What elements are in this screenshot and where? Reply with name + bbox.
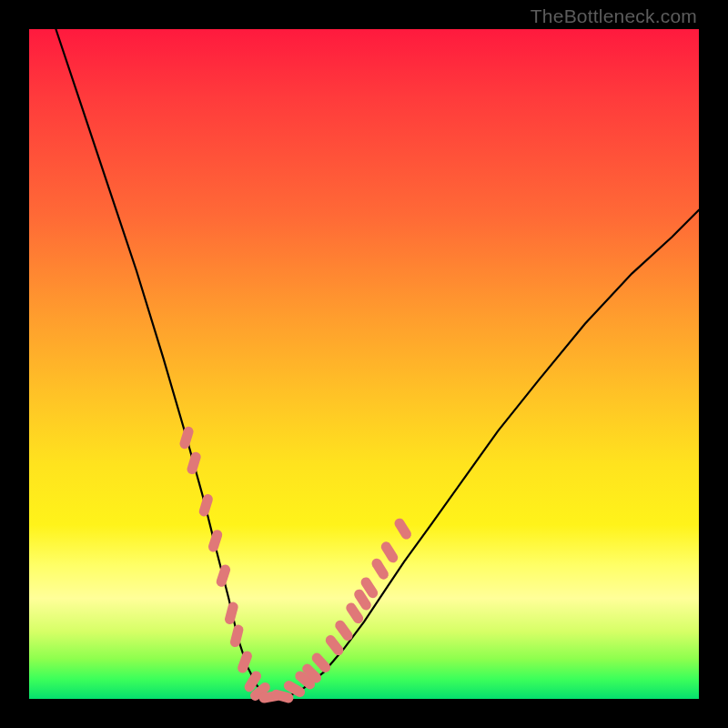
marker-cap xyxy=(197,493,214,518)
marker-cap xyxy=(186,450,202,475)
marker-cap xyxy=(379,540,400,564)
curve-line xyxy=(56,29,699,698)
marker-cap xyxy=(207,529,224,553)
chart-frame: TheBottleneck.com xyxy=(0,0,728,728)
plot-area xyxy=(29,29,699,699)
marker-cap xyxy=(224,601,239,625)
chart-svg xyxy=(29,29,699,699)
marker-layer xyxy=(178,425,413,703)
marker-cap xyxy=(178,425,195,450)
marker-cap xyxy=(324,633,346,657)
marker-cap xyxy=(392,517,413,541)
marker-cap xyxy=(369,557,390,581)
marker-cap xyxy=(237,650,254,674)
marker-cap xyxy=(229,623,245,648)
marker-cap xyxy=(215,563,231,588)
watermark-text: TheBottleneck.com xyxy=(531,5,697,27)
